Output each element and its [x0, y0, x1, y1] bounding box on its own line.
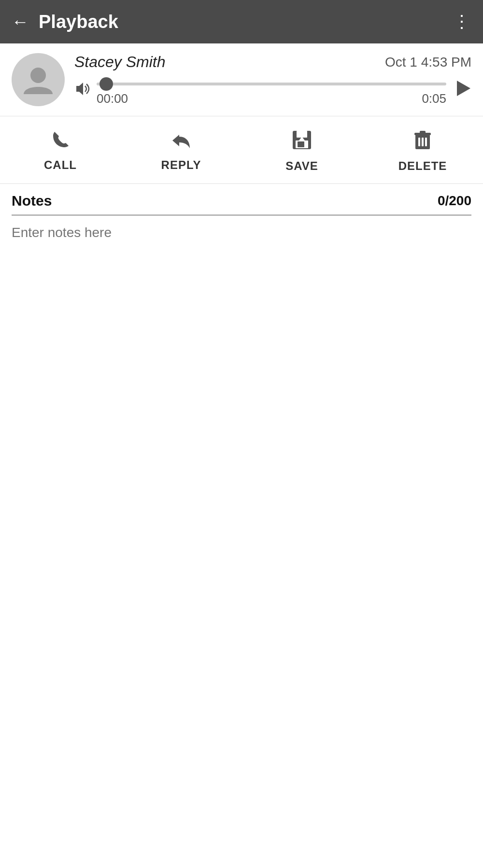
delete-button[interactable]: DELETE	[362, 116, 483, 183]
svg-rect-8	[301, 134, 303, 138]
reply-icon	[170, 131, 192, 154]
progress-container[interactable]: 00:00 0:05	[97, 75, 446, 106]
playback-info: Stacey Smith Oct 1 4:53 PM 00:00 0:05	[0, 43, 483, 116]
time-total: 0:05	[422, 91, 446, 106]
page-title: Playback	[39, 12, 118, 32]
time-current: 00:00	[97, 91, 128, 106]
back-button[interactable]: ←	[12, 13, 29, 30]
delete-icon	[413, 130, 432, 154]
call-icon	[51, 131, 70, 154]
playback-header: Stacey Smith Oct 1 4:53 PM	[74, 53, 471, 71]
svg-rect-12	[418, 138, 420, 146]
svg-rect-6	[298, 141, 304, 147]
progress-thumb[interactable]	[99, 77, 113, 91]
player-row: 00:00 0:05	[74, 75, 471, 106]
progress-track[interactable]	[97, 83, 446, 85]
call-label: CALL	[44, 158, 77, 172]
time-row: 00:00 0:05	[97, 91, 446, 106]
save-button[interactable]: SAVE	[242, 116, 362, 183]
app-bar: ← Playback ⋮	[0, 0, 483, 43]
call-date: Oct 1 4:53 PM	[385, 55, 471, 70]
avatar	[12, 53, 65, 106]
volume-icon[interactable]	[74, 82, 91, 100]
call-button[interactable]: CALL	[0, 116, 121, 183]
reply-button[interactable]: REPLY	[121, 116, 242, 183]
menu-button[interactable]: ⋮	[453, 13, 471, 30]
svg-point-0	[30, 68, 46, 83]
contact-name: Stacey Smith	[74, 53, 166, 71]
svg-rect-11	[420, 131, 426, 134]
svg-rect-13	[422, 138, 424, 146]
save-label: SAVE	[285, 159, 318, 173]
delete-label: DELETE	[398, 159, 447, 173]
notes-label: Notes	[12, 193, 52, 209]
notes-input[interactable]	[12, 215, 471, 312]
reply-label: REPLY	[161, 158, 201, 172]
svg-marker-1	[76, 83, 83, 95]
action-row: CALL REPLY SAVE	[0, 116, 483, 184]
notes-section: Notes 0/200	[0, 184, 483, 314]
playback-details: Stacey Smith Oct 1 4:53 PM 00:00 0:05	[74, 53, 471, 106]
play-button[interactable]	[456, 80, 471, 101]
svg-rect-14	[425, 138, 427, 146]
notes-header: Notes 0/200	[12, 184, 471, 215]
notes-count: 0/200	[438, 193, 471, 209]
app-bar-left: ← Playback	[12, 12, 118, 32]
save-icon	[292, 130, 312, 154]
avatar-icon	[21, 63, 55, 97]
svg-marker-2	[457, 81, 470, 96]
